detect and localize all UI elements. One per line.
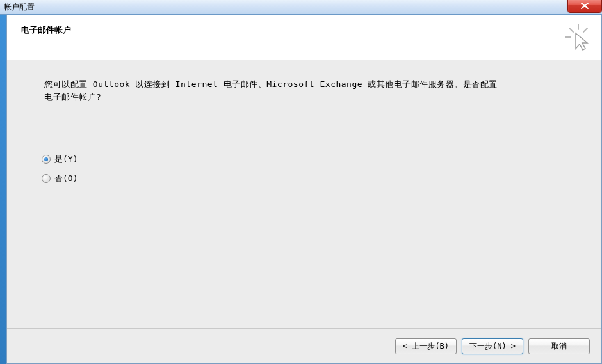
svg-line-2 [583, 28, 587, 32]
options-group: 是(Y) 否(O) [42, 153, 564, 185]
window-title: 帐户配置 [4, 2, 35, 13]
option-no-label: 否(O) [54, 173, 77, 184]
next-button-label: 下一步(N) > [469, 341, 516, 352]
window-left-border [0, 15, 6, 364]
radio-icon [42, 155, 51, 164]
page-title: 电子邮件帐户 [21, 24, 71, 36]
wizard-footer: < 上一步(B) 下一步(N) > 取消 [7, 328, 601, 363]
radio-icon [42, 174, 51, 183]
cancel-button-label: 取消 [551, 341, 567, 352]
next-button[interactable]: 下一步(N) > [462, 338, 523, 354]
wizard-header: 电子邮件帐户 [7, 15, 601, 59]
close-icon [581, 3, 589, 9]
client-area: 电子邮件帐户 您可以配置 Outlook 以连接到 Internet 电子邮件、… [6, 15, 602, 364]
option-no[interactable]: 否(O) [42, 172, 564, 185]
titlebar: 帐户配置 [0, 0, 602, 15]
option-yes[interactable]: 是(Y) [42, 153, 564, 166]
wizard-content: 您可以配置 Outlook 以连接到 Internet 电子邮件、Microso… [7, 59, 601, 328]
description-text: 您可以配置 Outlook 以连接到 Internet 电子邮件、Microso… [44, 78, 505, 103]
dialog-window: 帐户配置 电子邮件帐户 [0, 0, 602, 364]
svg-line-1 [569, 28, 573, 32]
back-button-label: < 上一步(B) [403, 341, 449, 352]
option-yes-label: 是(Y) [54, 154, 77, 165]
cursor-icon [564, 23, 592, 51]
back-button[interactable]: < 上一步(B) [395, 338, 457, 354]
cancel-button[interactable]: 取消 [528, 338, 590, 354]
close-button[interactable] [567, 0, 602, 13]
